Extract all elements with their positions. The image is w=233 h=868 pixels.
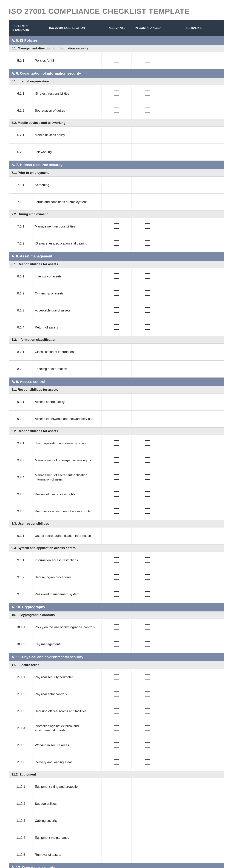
remarks-cell[interactable] bbox=[164, 218, 224, 235]
compliance-checkbox[interactable] bbox=[145, 307, 150, 313]
compliance-checkbox[interactable] bbox=[145, 759, 150, 765]
remarks-cell[interactable] bbox=[164, 619, 224, 636]
remarks-cell[interactable] bbox=[164, 126, 224, 144]
remarks-cell[interactable] bbox=[164, 586, 224, 603]
remarks-cell[interactable] bbox=[164, 795, 224, 812]
compliance-checkbox[interactable] bbox=[145, 416, 150, 421]
remarks-cell[interactable] bbox=[164, 435, 224, 452]
remarks-cell[interactable] bbox=[164, 235, 224, 252]
remarks-cell[interactable] bbox=[164, 754, 224, 771]
compliance-checkbox[interactable] bbox=[145, 557, 150, 562]
remarks-cell[interactable] bbox=[164, 144, 224, 160]
remarks-cell[interactable] bbox=[164, 268, 224, 285]
compliance-checkbox[interactable] bbox=[145, 674, 150, 680]
relevant-checkbox[interactable] bbox=[114, 641, 119, 647]
compliance-checkbox[interactable] bbox=[145, 624, 150, 629]
remarks-cell[interactable] bbox=[164, 52, 224, 69]
compliance-checkbox[interactable] bbox=[145, 491, 150, 497]
compliance-checkbox[interactable] bbox=[145, 591, 150, 596]
relevant-checkbox[interactable] bbox=[114, 708, 119, 713]
remarks-cell[interactable] bbox=[164, 177, 224, 193]
remarks-cell[interactable] bbox=[164, 85, 224, 102]
relevant-checkbox[interactable] bbox=[114, 491, 119, 497]
remarks-cell[interactable] bbox=[164, 343, 224, 361]
relevant-checkbox[interactable] bbox=[114, 58, 119, 63]
compliance-checkbox[interactable] bbox=[145, 241, 150, 246]
relevant-checkbox[interactable] bbox=[114, 852, 119, 857]
compliance-checkbox[interactable] bbox=[145, 349, 150, 354]
compliance-checkbox[interactable] bbox=[145, 223, 150, 229]
compliance-checkbox[interactable] bbox=[145, 324, 150, 330]
relevant-checkbox[interactable] bbox=[114, 399, 119, 404]
relevant-checkbox[interactable] bbox=[114, 273, 119, 279]
remarks-cell[interactable] bbox=[164, 669, 224, 686]
compliance-checkbox[interactable] bbox=[145, 149, 150, 154]
relevant-checkbox[interactable] bbox=[114, 474, 119, 479]
compliance-checkbox[interactable] bbox=[145, 132, 150, 137]
relevant-checkbox[interactable] bbox=[114, 132, 119, 137]
compliance-checkbox[interactable] bbox=[145, 182, 150, 187]
relevant-checkbox[interactable] bbox=[114, 742, 119, 747]
relevant-checkbox[interactable] bbox=[114, 784, 119, 789]
relevant-checkbox[interactable] bbox=[114, 149, 119, 154]
compliance-checkbox[interactable] bbox=[145, 474, 150, 479]
relevant-checkbox[interactable] bbox=[114, 223, 119, 229]
relevant-checkbox[interactable] bbox=[114, 416, 119, 421]
compliance-checkbox[interactable] bbox=[145, 708, 150, 713]
relevant-checkbox[interactable] bbox=[114, 366, 119, 371]
relevant-checkbox[interactable] bbox=[114, 557, 119, 562]
relevant-checkbox[interactable] bbox=[114, 801, 119, 806]
compliance-checkbox[interactable] bbox=[145, 533, 150, 538]
relevant-checkbox[interactable] bbox=[114, 624, 119, 629]
remarks-cell[interactable] bbox=[164, 393, 224, 410]
compliance-checkbox[interactable] bbox=[145, 107, 150, 113]
remarks-cell[interactable] bbox=[164, 778, 224, 795]
compliance-checkbox[interactable] bbox=[145, 290, 150, 296]
relevant-checkbox[interactable] bbox=[114, 107, 119, 113]
remarks-cell[interactable] bbox=[164, 552, 224, 569]
remarks-cell[interactable] bbox=[164, 829, 224, 846]
compliance-checkbox[interactable] bbox=[145, 273, 150, 279]
compliance-checkbox[interactable] bbox=[145, 691, 150, 696]
relevant-checkbox[interactable] bbox=[114, 324, 119, 330]
relevant-checkbox[interactable] bbox=[114, 457, 119, 463]
relevant-checkbox[interactable] bbox=[114, 91, 119, 96]
relevant-checkbox[interactable] bbox=[114, 533, 119, 538]
remarks-cell[interactable] bbox=[164, 361, 224, 377]
relevant-checkbox[interactable] bbox=[114, 818, 119, 823]
remarks-cell[interactable] bbox=[164, 527, 224, 544]
remarks-cell[interactable] bbox=[164, 636, 224, 653]
compliance-checkbox[interactable] bbox=[145, 199, 150, 204]
relevant-checkbox[interactable] bbox=[114, 759, 119, 765]
relevant-checkbox[interactable] bbox=[114, 349, 119, 354]
relevant-checkbox[interactable] bbox=[114, 241, 119, 246]
compliance-checkbox[interactable] bbox=[145, 818, 150, 823]
remarks-cell[interactable] bbox=[164, 469, 224, 486]
compliance-checkbox[interactable] bbox=[145, 366, 150, 371]
compliance-checkbox[interactable] bbox=[145, 742, 150, 747]
remarks-cell[interactable] bbox=[164, 703, 224, 720]
compliance-checkbox[interactable] bbox=[145, 58, 150, 63]
relevant-checkbox[interactable] bbox=[114, 199, 119, 204]
relevant-checkbox[interactable] bbox=[114, 674, 119, 680]
compliance-checkbox[interactable] bbox=[145, 508, 150, 514]
relevant-checkbox[interactable] bbox=[114, 307, 119, 313]
remarks-cell[interactable] bbox=[164, 452, 224, 469]
compliance-checkbox[interactable] bbox=[145, 852, 150, 857]
compliance-checkbox[interactable] bbox=[145, 835, 150, 840]
compliance-checkbox[interactable] bbox=[145, 440, 150, 445]
compliance-checkbox[interactable] bbox=[145, 457, 150, 463]
relevant-checkbox[interactable] bbox=[114, 574, 119, 580]
relevant-checkbox[interactable] bbox=[114, 725, 119, 731]
remarks-cell[interactable] bbox=[164, 503, 224, 520]
remarks-cell[interactable] bbox=[164, 846, 224, 863]
remarks-cell[interactable] bbox=[164, 410, 224, 427]
compliance-checkbox[interactable] bbox=[145, 784, 150, 789]
relevant-checkbox[interactable] bbox=[114, 440, 119, 445]
remarks-cell[interactable] bbox=[164, 737, 224, 754]
remarks-cell[interactable] bbox=[164, 812, 224, 829]
relevant-checkbox[interactable] bbox=[114, 290, 119, 296]
compliance-checkbox[interactable] bbox=[145, 91, 150, 96]
relevant-checkbox[interactable] bbox=[114, 835, 119, 840]
compliance-checkbox[interactable] bbox=[145, 801, 150, 806]
